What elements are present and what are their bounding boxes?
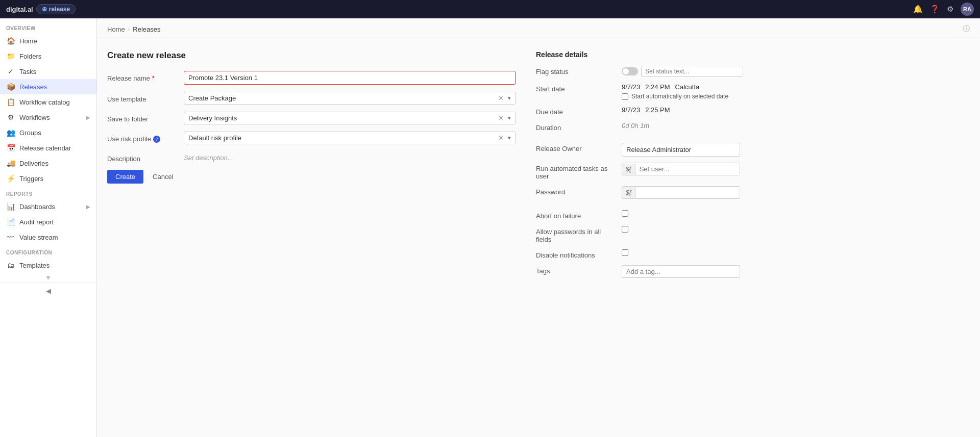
sidebar-item-workflows[interactable]: ⚙ Workflows ▶ xyxy=(0,110,96,125)
flag-status-label: Flag status xyxy=(536,66,618,75)
topbar-right: 🔔 ❓ ⚙ RA xyxy=(913,3,974,16)
use-risk-profile-control: Default risk profile ✕ ▾ xyxy=(184,132,516,144)
start-auto-label: Start automatically on selected date xyxy=(631,93,728,100)
description-control: Set description... xyxy=(184,151,516,162)
start-date-tz[interactable]: Calcutta xyxy=(675,83,700,91)
start-date-date[interactable]: 9/7/23 xyxy=(622,83,640,91)
due-date-date[interactable]: 9/7/23 xyxy=(622,106,640,114)
save-to-folder-arrow-icon[interactable]: ▾ xyxy=(506,115,513,121)
save-to-folder-value: Delivery Insights xyxy=(188,114,496,122)
sidebar-item-folders[interactable]: 📁 Folders xyxy=(0,48,96,64)
password-row: Password ${ xyxy=(536,186,740,199)
sidebar-item-label: Home xyxy=(19,37,37,45)
release-badge: ⊕ release xyxy=(36,4,76,14)
sidebar-item-release-calendar[interactable]: 📅 Release calendar xyxy=(0,140,96,156)
sidebar: OVERVIEW 🏠 Home 📁 Folders ✓ Tasks 📦 Rele… xyxy=(0,18,97,437)
duration-value: 0d 0h 1m xyxy=(622,122,740,130)
required-indicator: * xyxy=(152,74,155,82)
start-date-display: 9/7/23 2:24 PM Calcutta xyxy=(622,83,740,91)
abort-on-failure-value xyxy=(622,210,740,217)
disable-notifications-checkbox-row xyxy=(622,249,740,256)
release-details-title: Release details xyxy=(536,50,740,59)
overview-section-label: OVERVIEW xyxy=(0,20,96,33)
sidebar-item-home[interactable]: 🏠 Home xyxy=(0,33,96,48)
sidebar-item-label: Releases xyxy=(19,83,47,91)
due-date-display: 9/7/23 2:25 PM xyxy=(622,106,740,114)
home-icon: 🏠 xyxy=(6,37,15,45)
save-to-folder-label: Save to folder xyxy=(107,112,179,123)
password-value: ${ xyxy=(622,186,740,199)
duration-row: Duration 0d 0h 1m xyxy=(536,122,740,132)
sidebar-item-label: Value stream xyxy=(19,234,58,241)
breadcrumb-help-icon[interactable]: ⓘ xyxy=(963,24,970,34)
allow-passwords-label: Allow passwords in all fields xyxy=(536,226,618,243)
configuration-section-label: CONFIGURATION xyxy=(0,245,96,258)
triggers-icon: ⚡ xyxy=(6,174,15,183)
release-name-control xyxy=(184,71,516,85)
sidebar-item-workflow-catalog[interactable]: 📋 Workflow catalog xyxy=(0,94,96,110)
sidebar-item-value-stream[interactable]: 〰 Value stream xyxy=(0,229,96,245)
password-input[interactable] xyxy=(635,187,740,198)
run-as-input[interactable] xyxy=(635,163,740,175)
flag-status-text-input[interactable] xyxy=(641,66,743,77)
sidebar-item-tasks[interactable]: ✓ Tasks xyxy=(0,64,96,79)
disable-notifications-checkbox[interactable] xyxy=(622,249,628,256)
app-logo: digital.ai ⊕ release xyxy=(6,4,76,14)
disable-notifications-row: Disable notifications xyxy=(536,249,740,259)
risk-profile-help-icon[interactable]: ? xyxy=(153,136,160,143)
flag-status-toggle[interactable] xyxy=(622,67,638,75)
start-date-time[interactable]: 2:24 PM xyxy=(645,83,670,91)
allow-passwords-checkbox-row xyxy=(622,226,740,233)
use-risk-profile-clear-icon[interactable]: ✕ xyxy=(496,134,506,142)
sidebar-item-deliveries[interactable]: 🚚 Deliveries xyxy=(0,156,96,171)
scroll-down-indicator: ▼ xyxy=(0,273,96,282)
sidebar-item-groups[interactable]: 👥 Groups xyxy=(0,125,96,140)
allow-passwords-checkbox[interactable] xyxy=(622,226,628,233)
release-owner-row: Release Owner xyxy=(536,143,740,157)
sidebar-collapse-button[interactable]: ◀ xyxy=(0,282,96,299)
sidebar-item-label: Workflows xyxy=(19,114,50,121)
form-actions: Create Cancel xyxy=(107,170,516,184)
release-name-input[interactable] xyxy=(184,71,516,85)
dashboards-chevron-icon: ▶ xyxy=(86,204,90,210)
save-to-folder-select[interactable]: Delivery Insights ✕ ▾ xyxy=(184,112,516,124)
create-button[interactable]: Create xyxy=(107,170,143,184)
start-date-label: Start date xyxy=(536,83,618,93)
sidebar-item-audit-report[interactable]: 📄 Audit report xyxy=(0,214,96,229)
help-icon[interactable]: ❓ xyxy=(930,5,940,14)
use-risk-profile-select[interactable]: Default risk profile ✕ ▾ xyxy=(184,132,516,144)
sidebar-item-label: Dashboards xyxy=(19,203,55,211)
description-input[interactable]: Set description... xyxy=(184,151,516,162)
use-risk-profile-arrow-icon[interactable]: ▾ xyxy=(506,135,513,141)
sidebar-item-templates[interactable]: 🗂 Templates xyxy=(0,258,96,273)
use-template-select[interactable]: Create Package ✕ ▾ xyxy=(184,92,516,105)
user-avatar[interactable]: RA xyxy=(961,3,974,16)
abort-on-failure-checkbox[interactable] xyxy=(622,210,628,217)
release-owner-value xyxy=(622,143,740,157)
settings-icon[interactable]: ⚙ xyxy=(947,5,953,14)
use-template-clear-icon[interactable]: ✕ xyxy=(496,94,506,102)
release-owner-input[interactable] xyxy=(622,143,740,157)
tasks-icon: ✓ xyxy=(6,67,15,75)
sidebar-item-triggers[interactable]: ⚡ Triggers xyxy=(0,171,96,186)
due-date-time[interactable]: 2:25 PM xyxy=(645,106,670,114)
bell-icon[interactable]: 🔔 xyxy=(913,5,923,14)
breadcrumb-home[interactable]: Home xyxy=(107,25,125,33)
use-template-arrow-icon[interactable]: ▾ xyxy=(506,95,513,101)
create-release-form-area: Create new release Release name * Use te… xyxy=(97,40,980,294)
releases-icon: 📦 xyxy=(6,83,15,91)
sidebar-item-dashboards[interactable]: 📊 Dashboards ▶ xyxy=(0,199,96,214)
allow-passwords-row: Allow passwords in all fields xyxy=(536,226,740,243)
create-release-form: Create new release Release name * Use te… xyxy=(107,50,516,284)
use-template-control: Create Package ✕ ▾ xyxy=(184,92,516,105)
run-as-row: Run automated tasks as user ${ xyxy=(536,163,740,180)
sidebar-item-label: Folders xyxy=(19,53,41,60)
abort-on-failure-row: Abort on failure xyxy=(536,210,740,220)
workflow-catalog-icon: 📋 xyxy=(6,98,15,106)
sidebar-item-releases[interactable]: 📦 Releases xyxy=(0,79,96,94)
run-as-prefix: ${ xyxy=(622,164,635,175)
start-auto-checkbox[interactable] xyxy=(622,93,628,100)
save-to-folder-clear-icon[interactable]: ✕ xyxy=(496,114,506,122)
cancel-button[interactable]: Cancel xyxy=(146,170,179,184)
tags-input[interactable] xyxy=(622,265,740,278)
